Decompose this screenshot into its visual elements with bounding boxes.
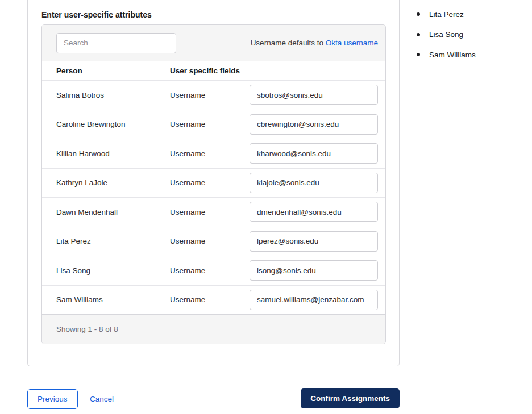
- field-input-cell: [250, 114, 385, 135]
- cancel-link[interactable]: Cancel: [90, 389, 114, 409]
- search-input[interactable]: [56, 33, 176, 53]
- attributes-panel: Username defaults to Okta username Perso…: [41, 24, 386, 344]
- field-input-cell: [250, 85, 385, 105]
- bullet-icon: [417, 53, 420, 56]
- table-row: Kathryn LaJoie Username: [42, 168, 385, 198]
- username-input[interactable]: [250, 202, 378, 222]
- field-label: Username: [170, 295, 250, 304]
- list-item: Lisa Song: [417, 28, 476, 41]
- column-header-person: Person: [42, 66, 170, 75]
- person-name: Lisa Song: [42, 266, 170, 275]
- person-list-label: Lisa Song: [429, 30, 463, 39]
- field-input-cell: [250, 260, 385, 281]
- field-label: Username: [170, 237, 250, 245]
- table-header-row: Person User specific fields: [42, 61, 385, 80]
- person-name: Dawn Mendenhall: [42, 208, 170, 216]
- okta-username-link[interactable]: Okta username: [326, 39, 378, 47]
- field-label: Username: [170, 266, 250, 275]
- bullet-icon: [417, 12, 420, 16]
- field-label: Username: [170, 149, 250, 158]
- person-name: Kathryn LaJoie: [42, 178, 170, 187]
- previous-button[interactable]: Previous: [27, 389, 78, 409]
- table-row: Dawn Mendenhall Username: [42, 197, 385, 227]
- table-row: Lita Perez Username: [42, 227, 385, 256]
- panel-toolbar: Username defaults to Okta username: [42, 25, 385, 61]
- table-row: Salima Botros Username: [42, 80, 385, 110]
- assigned-people-list: Lita Perez Lisa Song Sam Williams: [417, 8, 476, 69]
- person-list-label: Lita Perez: [429, 10, 464, 19]
- table-row: Caroline Brewington Username: [42, 110, 385, 139]
- username-input[interactable]: [250, 290, 378, 310]
- field-input-cell: [250, 290, 385, 310]
- username-input[interactable]: [250, 173, 378, 193]
- column-header-fields: User specific fields: [170, 66, 385, 75]
- field-input-cell: [250, 173, 385, 193]
- field-label: Username: [170, 91, 250, 99]
- person-name: Lita Perez: [42, 237, 170, 245]
- username-input[interactable]: [250, 114, 378, 135]
- table-footer: Showing 1 - 8 of 8: [42, 314, 385, 344]
- person-list-label: Sam Williams: [429, 51, 476, 59]
- field-label: Username: [170, 178, 250, 187]
- username-note-text: Username defaults to: [251, 39, 326, 47]
- field-label: Username: [170, 208, 250, 216]
- list-item: Lita Perez: [417, 8, 476, 20]
- table-row: Sam Williams Username: [42, 285, 385, 315]
- footer-divider: [27, 379, 400, 379]
- username-input[interactable]: [250, 260, 378, 281]
- username-input[interactable]: [250, 85, 378, 105]
- username-input[interactable]: [250, 143, 378, 164]
- field-label: Username: [170, 120, 250, 128]
- showing-count: Showing 1 - 8 of 8: [56, 325, 118, 333]
- page-title: Enter user-specific attributes: [41, 10, 152, 19]
- username-default-note: Username defaults to Okta username: [251, 39, 378, 47]
- bullet-icon: [417, 33, 420, 36]
- table-body: Salima Botros Username Caroline Brewingt…: [42, 80, 385, 314]
- table-row: Lisa Song Username: [42, 256, 385, 285]
- person-name: Sam Williams: [42, 295, 170, 304]
- person-name: Caroline Brewington: [42, 120, 170, 128]
- field-input-cell: [250, 143, 385, 164]
- confirm-assignments-button[interactable]: Confirm Assignments: [301, 388, 400, 408]
- field-input-cell: [250, 202, 385, 222]
- attributes-card: Enter user-specific attributes Username …: [27, 0, 400, 366]
- username-input[interactable]: [250, 231, 378, 252]
- table-row: Killian Harwood Username: [42, 139, 385, 168]
- field-input-cell: [250, 231, 385, 252]
- person-name: Killian Harwood: [42, 149, 170, 158]
- person-name: Salima Botros: [42, 91, 170, 99]
- list-item: Sam Williams: [417, 48, 476, 61]
